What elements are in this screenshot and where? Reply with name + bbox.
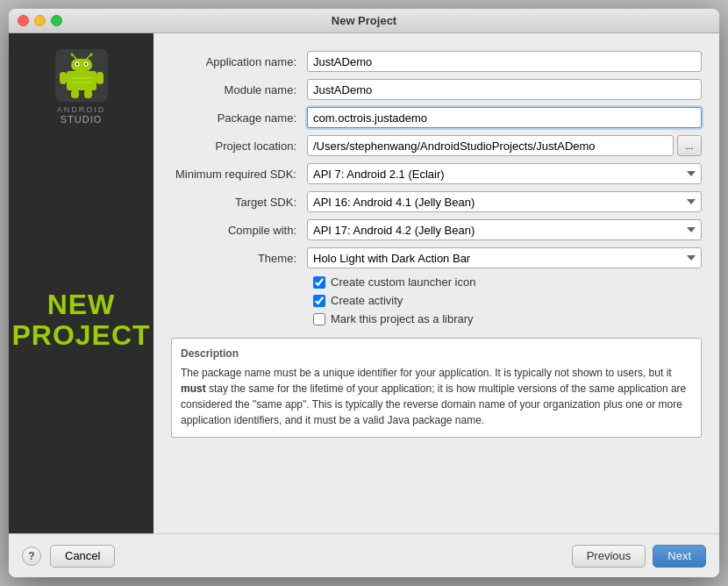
- close-button[interactable]: [18, 15, 29, 26]
- application-name-row: Application name:: [171, 51, 702, 72]
- description-text: The package name must be a unique identi…: [181, 365, 692, 428]
- window-body: ANDROID studio NEW PROJECT Application n…: [9, 33, 719, 533]
- module-name-input[interactable]: [307, 79, 702, 100]
- svg-rect-1: [71, 59, 92, 71]
- main-window: New Project: [9, 9, 719, 577]
- svg-point-5: [84, 62, 86, 64]
- cancel-button[interactable]: Cancel: [50, 545, 115, 568]
- description-text-bold: must: [181, 382, 206, 395]
- target-sdk-select[interactable]: API 7: Android 2.1 (Eclair)API 8: Androi…: [307, 191, 702, 212]
- module-name-label: Module name:: [171, 83, 307, 96]
- description-title: Description: [181, 347, 692, 360]
- theme-select[interactable]: Holo Light with Dark Action BarHolo Ligh…: [307, 247, 702, 268]
- window-controls: [18, 15, 62, 26]
- compile-with-label: Compile with:: [171, 224, 307, 237]
- project-location-input[interactable]: [307, 135, 674, 156]
- description-box: Description The package name must be a u…: [171, 338, 702, 438]
- form-area: Application name: Module name: Package n…: [171, 51, 702, 525]
- svg-point-4: [75, 62, 77, 64]
- theme-row: Theme: Holo Light with Dark Action BarHo…: [171, 247, 702, 268]
- browse-button[interactable]: ...: [677, 135, 702, 156]
- target-sdk-label: Target SDK:: [171, 196, 307, 209]
- robot-icon: [60, 52, 103, 100]
- launcher-checkbox-label: Create custom launcher icon: [331, 275, 475, 289]
- minimize-button[interactable]: [34, 15, 46, 26]
- activity-checkbox-label: Create activity: [331, 294, 403, 307]
- compile-with-row: Compile with: API 7: Android 2.1 (Eclair…: [171, 219, 702, 240]
- help-button[interactable]: ?: [22, 547, 41, 566]
- new-project-label: NEW PROJECT: [11, 289, 150, 351]
- library-checkbox[interactable]: [313, 313, 325, 325]
- activity-checkbox-row: Create activity: [171, 294, 702, 307]
- compile-with-select[interactable]: API 7: Android 2.1 (Eclair)API 8: Androi…: [307, 219, 702, 240]
- description-text-part2: stay the same for the lifetime of your a…: [181, 382, 686, 426]
- svg-rect-0: [67, 71, 96, 90]
- footer-left: ? Cancel: [22, 545, 115, 568]
- footer: ? Cancel Previous Next: [9, 533, 719, 577]
- package-name-label: Package name:: [171, 111, 307, 125]
- module-name-row: Module name:: [171, 79, 702, 100]
- previous-button[interactable]: Previous: [572, 545, 646, 568]
- android-label: ANDROID: [57, 105, 106, 114]
- library-checkbox-label: Mark this project as a library: [331, 312, 474, 325]
- min-sdk-label: Minimum required SDK:: [171, 168, 307, 181]
- launcher-checkbox-row: Create custom launcher icon: [171, 275, 702, 289]
- theme-label: Theme:: [171, 252, 307, 265]
- application-name-input[interactable]: [307, 51, 702, 72]
- target-sdk-row: Target SDK: API 7: Android 2.1 (Eclair)A…: [171, 191, 702, 212]
- project-location-field-group: ...: [307, 135, 702, 156]
- footer-right: Previous Next: [572, 545, 706, 568]
- package-name-input[interactable]: [307, 107, 702, 128]
- activity-checkbox[interactable]: [313, 295, 325, 307]
- studio-label: studio: [61, 114, 103, 125]
- launcher-checkbox[interactable]: [313, 276, 325, 289]
- svg-rect-13: [84, 89, 92, 98]
- project-location-label: Project location:: [171, 139, 307, 153]
- window-title: New Project: [332, 14, 396, 27]
- min-sdk-select[interactable]: API 7: Android 2.1 (Eclair)API 8: Androi…: [307, 163, 702, 184]
- android-studio-logo: [55, 49, 108, 102]
- maximize-button[interactable]: [51, 15, 62, 26]
- svg-point-7: [70, 53, 73, 55]
- svg-rect-11: [96, 72, 103, 84]
- sidebar-logo-area: ANDROID studio: [9, 33, 153, 133]
- title-bar: New Project: [9, 9, 719, 33]
- project-location-row: Project location: ...: [171, 135, 702, 156]
- application-name-label: Application name:: [171, 55, 307, 68]
- sidebar-content: NEW PROJECT: [11, 133, 150, 533]
- min-sdk-row: Minimum required SDK: API 7: Android 2.1…: [171, 163, 702, 184]
- svg-rect-12: [71, 89, 79, 98]
- svg-point-9: [89, 53, 92, 55]
- package-name-row: Package name:: [171, 107, 702, 128]
- next-button[interactable]: Next: [653, 545, 706, 568]
- main-content: Application name: Module name: Package n…: [153, 33, 719, 533]
- sidebar: ANDROID studio NEW PROJECT: [9, 33, 153, 533]
- svg-rect-10: [60, 72, 67, 84]
- description-text-part1: The package name must be a unique identi…: [181, 367, 672, 379]
- library-checkbox-row: Mark this project as a library: [171, 312, 702, 325]
